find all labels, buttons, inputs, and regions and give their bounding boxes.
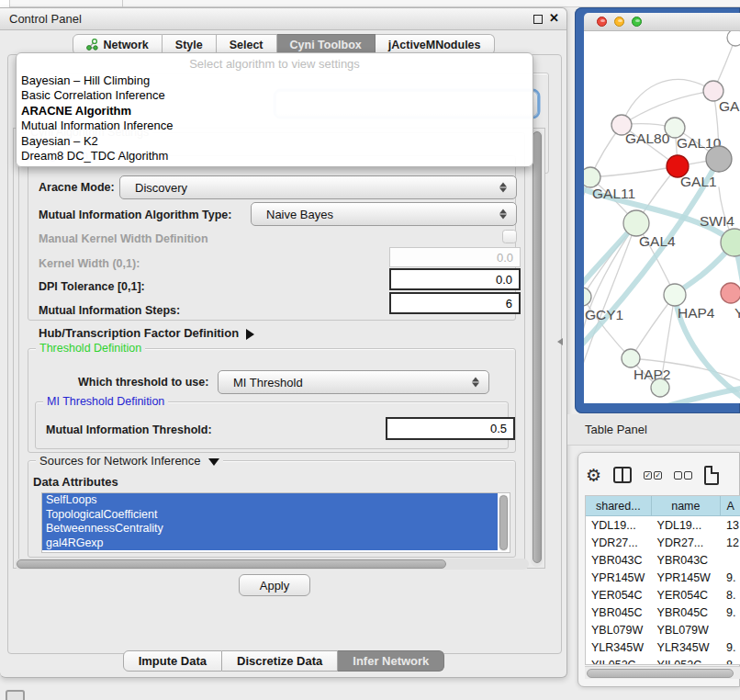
network-edge[interactable] (590, 166, 678, 177)
table-cell: 12 (721, 534, 740, 551)
attribute-item[interactable]: SelfLoops (42, 493, 498, 508)
table-row[interactable]: YER054CYER054C8. (586, 586, 740, 604)
table-cell: 9. (721, 604, 740, 621)
which-threshold-combobox[interactable]: MI Threshold (218, 370, 489, 394)
network-edge[interactable] (622, 91, 713, 125)
network-node[interactable] (706, 146, 732, 172)
table-cell: YDR27... (652, 534, 722, 551)
zoom-traffic-light-icon[interactable] (632, 17, 642, 27)
tab-infer-network[interactable]: Infer Network (338, 650, 444, 672)
tab-discretize-data[interactable]: Discretize Data (222, 650, 338, 672)
tab-label: Select (230, 39, 263, 51)
algorithm-option[interactable]: Basic Correlation Inference (17, 88, 533, 103)
table-row[interactable]: YDL19...YDL19...13 (586, 516, 740, 534)
algorithm-option[interactable]: ARACNE Algorithm (17, 104, 533, 119)
network-edge[interactable] (584, 223, 636, 344)
tab-impute-data[interactable]: Impute Data (123, 650, 222, 672)
horizontal-scrollbar[interactable] (15, 559, 529, 570)
gear-icon[interactable]: ⚙ (586, 467, 601, 484)
network-node[interactable] (727, 31, 740, 46)
sources-title[interactable]: Sources for Network Inference (36, 454, 223, 468)
network-node[interactable] (651, 378, 669, 397)
network-view-window[interactable]: GALGAL80GAL10GAL1GAL11GAL4SWI4HAP4YGCY1H… (575, 7, 740, 413)
network-node-hap4[interactable] (664, 284, 686, 306)
table-row[interactable]: YPR145WYPR145W9. (586, 569, 740, 586)
hub-definition-toggle[interactable]: Hub/Transcription Factor Definition (39, 326, 254, 340)
algorithm-option[interactable]: Bayesian – Hill Climbing (17, 73, 533, 88)
network-edge[interactable] (660, 388, 740, 403)
mi-type-label: Mutual Information Algorithm Type: (39, 209, 231, 221)
network-node-y[interactable] (721, 283, 740, 303)
mi-steps-value: 6 (506, 297, 512, 310)
mi-steps-field[interactable]: 6 (389, 292, 521, 314)
toolbar-divider (122, 0, 123, 7)
algorithm-option[interactable]: Mutual Information Inference (17, 119, 533, 133)
mi-threshold-field[interactable]: 0.5 (386, 417, 515, 440)
close-traffic-light-icon[interactable] (597, 17, 607, 27)
table-cell: YLR345W (586, 638, 652, 656)
attribute-item[interactable]: BetweennessCentrality (42, 522, 498, 536)
data-attributes-list[interactable]: SelfLoopsTopologicalCoefficientBetweenne… (41, 492, 510, 553)
network-node-gal4[interactable] (623, 210, 649, 236)
table-header-row[interactable]: shared...nameA (586, 496, 740, 516)
apply-button[interactable]: Apply (239, 574, 310, 596)
docked-panel-icon[interactable] (6, 690, 25, 700)
vertical-scrollbar-thumb[interactable] (533, 131, 542, 563)
node-label: GAL4 (639, 233, 676, 249)
minimize-traffic-light-icon[interactable] (614, 17, 624, 27)
dpi-tolerance-value: 0.0 (496, 273, 512, 287)
stepper-arrows-icon (472, 378, 479, 388)
table-cell: 9. (721, 569, 740, 586)
table-row[interactable]: YDR27...YDR27...12 (586, 534, 740, 551)
algorithm-option[interactable]: Dream8 DC_TDC Algorithm (17, 149, 533, 164)
column-header-3[interactable]: A (721, 496, 740, 515)
columns-icon[interactable] (613, 467, 632, 483)
network-node-hap2[interactable] (622, 349, 640, 367)
attributes-scrollbar[interactable] (499, 494, 509, 551)
node-table[interactable]: shared...nameA YDL19...YDL19...13YDR27..… (585, 495, 740, 665)
mi-threshold-label: Mutual Information Threshold: (46, 423, 212, 436)
table-scrollbar-thumb[interactable] (587, 669, 734, 678)
attribute-item[interactable]: TopologicalCoefficient (42, 508, 498, 523)
attribute-item[interactable]: gal4RGexp (42, 536, 498, 551)
table-cell (721, 551, 740, 569)
algorithm-option[interactable]: Bayesian – K2 (17, 134, 533, 149)
column-header-2[interactable]: name (652, 496, 722, 515)
network-window-titlebar[interactable] (584, 13, 740, 31)
manual-kernel-checkbox[interactable] (502, 230, 517, 243)
table-row[interactable]: YBR045CYBR045C9. (586, 604, 740, 621)
table-cell: YIL052C (652, 656, 722, 665)
aracne-mode-combobox[interactable]: Discovery (119, 175, 517, 199)
manual-kernel-label: Manual Kernel Width Definition (39, 232, 208, 245)
close-icon[interactable]: ✕ (549, 11, 559, 25)
table-cell: YDL19... (586, 516, 652, 534)
mi-type-combobox[interactable]: Naive Bayes (251, 202, 517, 226)
column-header-1[interactable]: shared... (586, 496, 652, 515)
table-cell: YBR045C (586, 604, 652, 621)
vertical-scrollbar[interactable] (531, 130, 543, 567)
horizontal-scrollbar-thumb[interactable] (17, 559, 446, 569)
attributes-scrollbar-thumb[interactable] (499, 495, 508, 550)
import-table-icon[interactable] (704, 466, 719, 485)
table-row[interactable]: YLR345WYLR345W9. (586, 638, 740, 656)
network-node-gal11[interactable] (584, 167, 600, 187)
table-row[interactable]: YBL079WYBL079W (586, 621, 740, 638)
table-horizontal-scrollbar[interactable] (585, 666, 740, 679)
network-canvas[interactable]: GALGAL80GAL10GAL1GAL11GAL4SWI4HAP4YGCY1H… (584, 31, 740, 403)
control-panel-titlebar[interactable]: Control Panel ✕ (0, 8, 566, 30)
table-panel-titlebar[interactable]: Table Panel (567, 414, 740, 446)
deselect-all-icon[interactable] (674, 471, 692, 480)
dpi-tolerance-field[interactable]: 0.0 (389, 268, 521, 290)
table-row[interactable]: YBR043CYBR043C (586, 551, 740, 569)
toolbar-notch (0, 0, 10, 7)
table-row[interactable]: YIL052CYIL052C8 (586, 656, 740, 665)
kernel-width-field[interactable]: 0.0 (389, 247, 521, 267)
splitter-collapse-icon[interactable] (557, 338, 563, 345)
tab-label: Cyni Toolbox (290, 39, 362, 51)
aracne-mode-label: Aracne Mode: (39, 181, 115, 194)
select-all-icon[interactable]: ✓✓ (644, 471, 662, 480)
mi-steps-label: Mutual Information Steps: (39, 304, 180, 317)
network-node-gcy1[interactable] (584, 288, 591, 306)
network-icon (86, 39, 98, 51)
float-window-icon[interactable] (533, 15, 543, 24)
